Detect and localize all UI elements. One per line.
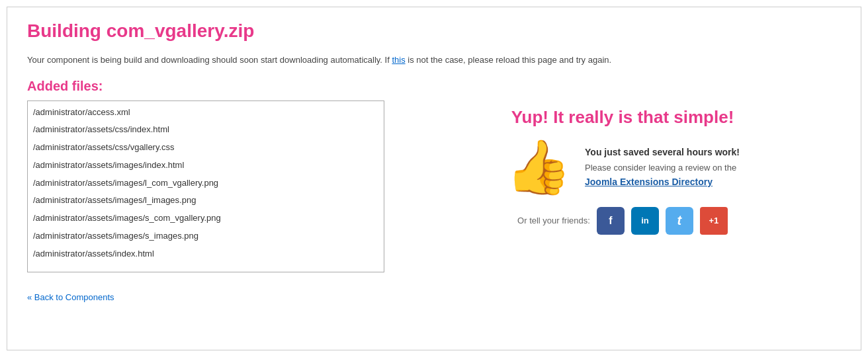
promo-area: 👍 You just saved several hours work! Ple… bbox=[404, 141, 841, 194]
jed-link[interactable]: Joomla Extensions Directory bbox=[585, 177, 713, 187]
twitter-button[interactable]: t bbox=[666, 207, 693, 235]
list-item: /administrator/assets/index.html bbox=[28, 245, 384, 263]
list-item: /administrator/assets/images/s_images.pn… bbox=[28, 227, 384, 245]
main-content: /administrator/access.xml/administrator/… bbox=[27, 101, 841, 272]
saved-text: You just saved several hours work! bbox=[585, 147, 740, 157]
page-title: Building com_vgallery.zip bbox=[27, 20, 841, 42]
social-row: Or tell your friends: f in t +1 bbox=[404, 207, 841, 235]
list-item: /administrator/assets/images/l_images.pn… bbox=[28, 192, 384, 210]
list-item: /administrator/assets/images/index.html bbox=[28, 157, 384, 175]
promo-text: You just saved several hours work! Pleas… bbox=[585, 147, 740, 187]
tagline: Yup! It really is that simple! bbox=[404, 107, 841, 128]
linkedin-button[interactable]: in bbox=[631, 207, 659, 235]
facebook-button[interactable]: f bbox=[597, 207, 625, 235]
list-item: /administrator/assets/images/s_com_vgall… bbox=[28, 210, 384, 227]
back-link-container: « Back to Components bbox=[27, 292, 841, 302]
social-label: Or tell your friends: bbox=[517, 216, 590, 225]
thumbs-up-icon: 👍 bbox=[505, 141, 572, 194]
right-panel: Yup! It really is that simple! 👍 You jus… bbox=[404, 101, 841, 235]
added-files-label: Added files: bbox=[27, 79, 841, 94]
reload-link[interactable]: this bbox=[392, 55, 405, 65]
page-container: Building com_vgallery.zip Your component… bbox=[7, 7, 861, 350]
left-panel: /administrator/access.xml/administrator/… bbox=[27, 101, 384, 272]
list-item: /administrator/assets/images/l_com_vgall… bbox=[28, 175, 384, 192]
description-text: Your component is being build and downlo… bbox=[27, 54, 841, 67]
files-list[interactable]: /administrator/access.xml/administrator/… bbox=[27, 101, 384, 272]
googleplus-button[interactable]: +1 bbox=[700, 207, 728, 235]
list-item: /administrator/assets/css/index.html bbox=[28, 121, 384, 139]
consider-text: Please consider leaving a review on the bbox=[585, 163, 740, 173]
back-to-components-link[interactable]: « Back to Components bbox=[27, 292, 114, 302]
list-item: /administrator/access.xml bbox=[28, 104, 384, 122]
list-item: /administrator/assets/css/vgallery.css bbox=[28, 139, 384, 157]
